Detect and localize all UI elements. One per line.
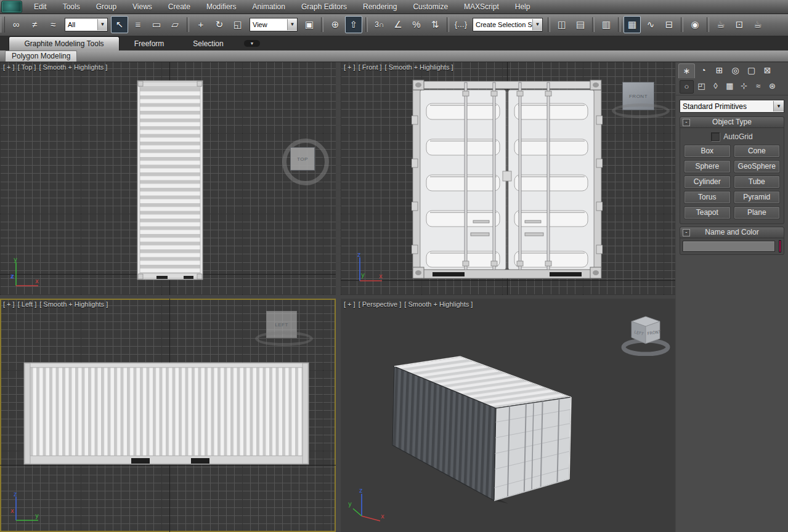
object-class-dropdown[interactable]: Standard Primitives ▼ [680, 100, 784, 113]
modify-tab-icon[interactable]: ◔ [696, 63, 711, 78]
viewport-name-button[interactable]: [ Top ] [18, 63, 36, 71]
ribbon-minimize-button[interactable]: ▼ [244, 40, 260, 47]
select-and-move-icon[interactable]: + [192, 16, 209, 33]
selection-filter-dropdown[interactable]: All ▼ [65, 18, 108, 31]
manage-layers-icon[interactable]: ▥ [598, 16, 615, 33]
named-selection-sets-dropdown[interactable]: Create Selection Se ▼ [473, 18, 543, 31]
menu-tools[interactable]: Tools [55, 1, 88, 14]
viewport-shading-button[interactable]: [ Smooth + Highlights ] [39, 300, 108, 308]
menu-graph-editors[interactable]: Graph Editors [293, 1, 355, 14]
select-and-scale-icon[interactable]: ◱ [229, 16, 246, 33]
space-warps-category-icon[interactable]: ≈ [752, 80, 765, 92]
menu-animation[interactable]: Animation [245, 1, 293, 14]
viewport-shading-button[interactable]: [ Smooth + Highlights ] [385, 63, 453, 71]
application-logo-icon[interactable] [1, 1, 22, 13]
display-tab-icon[interactable]: ▢ [744, 63, 759, 78]
menu-rendering[interactable]: Rendering [355, 1, 405, 14]
container-model-front-view[interactable] [412, 79, 603, 280]
unlink-selection-icon[interactable]: ≠ [26, 16, 43, 33]
menu-views[interactable]: Views [124, 1, 160, 14]
viewport-perspective[interactable]: [ + ] [ Perspective ] [ Smooth + Highlig… [341, 299, 675, 532]
chevron-down-icon[interactable]: ▼ [773, 101, 784, 111]
percent-snap-toggle-icon[interactable]: % [408, 16, 425, 33]
tube-button[interactable]: Tube [734, 175, 781, 188]
viewport-name-button[interactable]: [ Front ] [359, 63, 382, 71]
select-and-manipulate-icon[interactable]: ⊕ [327, 16, 344, 33]
viewport-front[interactable]: [ + ] [ Front ] [ Smooth + Highlights ] [341, 62, 675, 295]
viewport-shading-button[interactable]: [ Smooth + Highlights ] [39, 63, 107, 71]
menu-create[interactable]: Create [160, 1, 198, 14]
container-model-perspective[interactable] [385, 354, 579, 504]
graphite-modeling-tools-toggle[interactable]: ▦ [623, 16, 641, 33]
snaps-toggle-3d-icon[interactable]: 3∩ [371, 16, 388, 33]
window-crossing-toggle-icon[interactable]: ▱ [166, 16, 184, 33]
viewcube-ring[interactable] [255, 331, 313, 346]
menu-edit[interactable]: Edit [26, 1, 55, 14]
use-pivot-point-center-icon[interactable]: ▣ [301, 16, 318, 33]
menu-modifiers[interactable]: Modifiers [198, 1, 245, 14]
container-model-side-view[interactable] [23, 362, 309, 465]
select-and-link-icon[interactable]: ∞ [7, 16, 25, 33]
viewport-menu-button[interactable]: [ + ] [3, 300, 15, 308]
hierarchy-tab-icon[interactable]: ⊞ [712, 63, 727, 78]
viewport-name-button[interactable]: [ Left ] [18, 300, 37, 308]
viewport-menu-button[interactable]: [ + ] [3, 63, 15, 71]
viewcube[interactable]: LEFT FRONT [619, 313, 672, 356]
viewcube[interactable]: TOP [290, 147, 315, 171]
create-tab-icon[interactable]: ∗ [678, 63, 695, 78]
angle-snap-toggle-icon[interactable]: ∠ [389, 16, 407, 33]
ribbon-tab-selection[interactable]: Selection [179, 37, 238, 50]
object-color-swatch[interactable] [779, 240, 781, 252]
select-object-button[interactable]: ↖ [111, 16, 128, 33]
teapot-button[interactable]: Teapot [684, 206, 731, 219]
container-model-top-view[interactable] [137, 80, 203, 280]
box-button[interactable]: Box [684, 145, 731, 158]
cone-button[interactable]: Cone [734, 145, 781, 158]
material-editor-icon[interactable]: ◉ [686, 16, 704, 33]
chevron-down-icon[interactable]: ▼ [532, 19, 542, 30]
viewcube-ring[interactable] [612, 103, 670, 118]
pyramid-button[interactable]: Pyramid [734, 191, 781, 204]
align-icon[interactable]: ▤ [572, 16, 589, 33]
cameras-category-icon[interactable]: ▦ [723, 80, 736, 92]
helpers-category-icon[interactable]: ⊹ [737, 80, 750, 92]
menu-group[interactable]: Group [88, 1, 124, 14]
ribbon-panel-polygon-modeling[interactable]: Polygon Modeling [5, 50, 77, 62]
render-production-icon[interactable]: ☕ [749, 16, 766, 33]
cylinder-button[interactable]: Cylinder [684, 175, 731, 188]
edit-named-selection-sets-icon[interactable]: {…} [452, 16, 469, 33]
select-and-rotate-icon[interactable]: ↻ [211, 16, 228, 33]
collapse-icon[interactable]: - [683, 229, 690, 236]
sphere-button[interactable]: Sphere [684, 160, 731, 173]
curve-editor-icon[interactable]: ∿ [642, 16, 659, 33]
ribbon-tab-graphite-modeling-tools[interactable]: Graphite Modeling Tools [9, 36, 120, 50]
toolbar-grip[interactable] [1, 17, 5, 33]
utilities-tab-icon[interactable]: ⊠ [760, 63, 775, 78]
geosphere-button[interactable]: GeoSphere [734, 160, 781, 173]
rectangular-selection-region-icon[interactable]: ▭ [148, 16, 165, 33]
geometry-category-icon[interactable]: ○ [680, 80, 694, 94]
menu-help[interactable]: Help [507, 1, 538, 14]
systems-category-icon[interactable]: ⊛ [766, 80, 779, 92]
mirror-icon[interactable]: ◫ [553, 16, 571, 33]
name-and-color-rollout-header[interactable]: - Name and Color [680, 227, 784, 238]
reference-coordinate-system-dropdown[interactable]: View ▼ [250, 18, 298, 31]
object-name-field[interactable] [683, 241, 775, 252]
keyboard-shortcut-override-toggle[interactable]: ⇧ [345, 16, 362, 33]
ribbon-tab-freeform[interactable]: Freeform [120, 37, 179, 50]
collapse-icon[interactable]: - [683, 119, 690, 126]
select-by-name-icon[interactable]: ≡ [129, 16, 147, 33]
torus-button[interactable]: Torus [684, 191, 731, 204]
spinner-snap-toggle-icon[interactable]: ⇅ [426, 16, 444, 33]
rendered-frame-window-icon[interactable]: ⊡ [731, 16, 748, 33]
viewport-menu-button[interactable]: [ + ] [344, 63, 355, 71]
chevron-down-icon[interactable]: ▼ [97, 19, 107, 30]
viewport-top[interactable]: [ + ] [ Top ] [ Smooth + Highlights ] [0, 62, 336, 295]
menu-maxscript[interactable]: MAXScript [456, 1, 507, 14]
render-setup-icon[interactable]: ☕ [712, 16, 729, 33]
motion-tab-icon[interactable]: ◎ [728, 63, 743, 78]
menu-customize[interactable]: Customize [405, 1, 456, 14]
bind-to-space-warp-icon[interactable]: ≈ [44, 16, 62, 33]
autogrid-checkbox[interactable] [711, 132, 720, 141]
lights-category-icon[interactable]: ◊ [709, 80, 722, 92]
